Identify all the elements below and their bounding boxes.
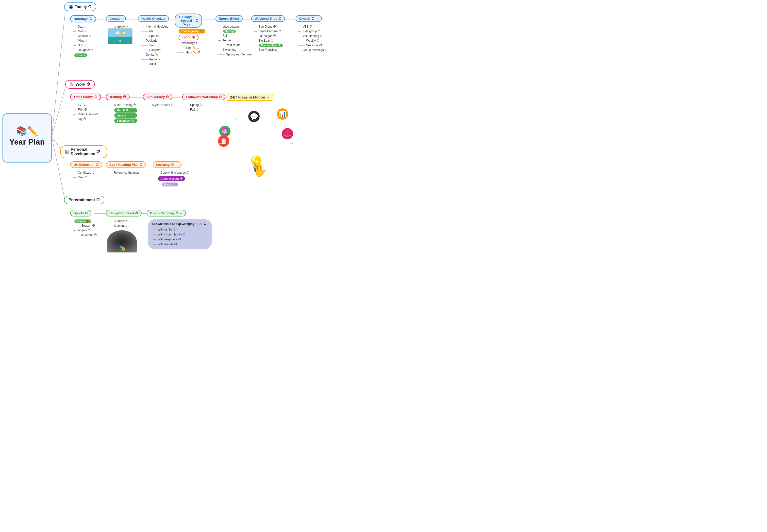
birthdays-label: Birthdays	[74, 17, 88, 21]
teamwork-clock: ⏱	[219, 95, 222, 99]
spring-tag: Spring	[223, 30, 236, 33]
lv: Las Vegas ⏱	[253, 34, 283, 38]
holidays-node[interactable]: Holidays/Special Days ⏱	[175, 14, 202, 28]
vacation-node[interactable]: Vacation	[106, 15, 126, 22]
ideas-arrow: →	[266, 95, 270, 99]
tradeshows-subitems: TV ⏱ Film ⏱ Video Game ⏱ Toy ⏱	[72, 103, 99, 121]
arrow1: ↑	[233, 116, 238, 123]
chat-icon: 💬	[248, 111, 260, 122]
hollywood-node[interactable]: Hollywood Bowl ⏱	[106, 210, 142, 216]
ts-toy: Toy ⏱	[72, 117, 99, 121]
ideas-node[interactable]: 24/7 Ideas in Motion →	[227, 94, 273, 101]
entertainment-node[interactable]: Entertainment ⏱	[64, 196, 104, 204]
tennis-year: Year round	[217, 43, 253, 47]
sports-ent-node[interactable]: Sports ⏱	[70, 210, 91, 216]
sb: Santa Barbara ⏱	[253, 29, 283, 33]
personal-clock: ⏱	[96, 150, 100, 154]
health-subitems: Internal Medicine Me Spouse Pediatric So…	[140, 25, 169, 66]
atom-icon: ⚛️	[219, 126, 231, 137]
work-node[interactable]: 🐎 Work ⏱	[65, 80, 95, 89]
anniversary-label: Anniversary	[146, 95, 165, 99]
groupcamping-node[interactable]: Group Camping ⏱ →	[147, 210, 186, 216]
sf: San Francisco	[253, 48, 283, 52]
holidays-subitems: Thanksgiving 💚 NYC ✏️ ❤️ Weddings ⏱ Sam …	[176, 28, 205, 54]
ucext-subitems: Certificate ⏱ Year ⏱	[72, 171, 96, 179]
tw-spring: Spring ⏱	[184, 103, 203, 107]
kids-group: Kids group ⏱	[297, 29, 329, 33]
church-node[interactable]: Church ⏱ →	[296, 15, 322, 22]
ll-fall: Fall	[217, 34, 253, 38]
family-node[interactable]: 👨‍👩‍👧‍👦 Family ⏱	[64, 2, 96, 11]
electric-wrap: Electric ⏱	[162, 183, 190, 186]
svg-line-0	[52, 11, 65, 137]
bookreading-node[interactable]: Book Reading Plan ⏱	[106, 161, 146, 168]
weekend-node[interactable]: Weekend Trips ⏱	[251, 15, 285, 22]
scale-icon: ⚖️	[282, 128, 293, 139]
electric-tag: Electric ⏱	[162, 183, 178, 186]
seasonal: Seasonal ⏱	[297, 43, 329, 47]
svg-line-2	[52, 137, 62, 150]
weddings-mark: Mark ✏️ ⏱	[176, 50, 205, 54]
sd: San Diego ⏱	[253, 25, 283, 29]
learning-subitems: Copywriting course ⏱ Guitar lessons ⏱ El…	[155, 171, 190, 186]
ts-film: Film ⏱	[72, 108, 99, 112]
entertainment-clock: ⏱	[96, 198, 100, 202]
little-league: Little League	[217, 25, 253, 29]
svg-line-1	[52, 87, 65, 137]
vacation-image: ☁️🌤️ 🏖️	[108, 28, 133, 44]
teamwork-label: Teamwork Workshop	[186, 95, 218, 99]
volunteering: Volunteering ⏱	[297, 34, 329, 38]
groupcamping-clock: ⏱ →	[175, 211, 183, 215]
bigbear: Big Bear ⏱	[253, 39, 283, 43]
birthday-son: Son	[72, 43, 94, 47]
sports-ent-label: Sports	[74, 211, 84, 215]
sports-kids-subitems: Little League Spring Fall Tennis Year ro…	[217, 25, 253, 56]
training-clock: ⏱	[123, 95, 126, 99]
learning-node[interactable]: Learning ⏱ →	[153, 161, 182, 168]
work-clock: ⏱	[86, 82, 90, 87]
learning-clock: ⏱ →	[171, 163, 178, 166]
san-clemente-title: San Clemente Group Camping ✏️🗺️ ⏱	[152, 222, 208, 226]
tradeshows-label: Trade Shows	[74, 95, 93, 99]
eight-games: 8 Games ⏱	[72, 233, 98, 237]
tradeshows-node[interactable]: Trade Shows ⏱	[70, 94, 101, 100]
ucext-node[interactable]: UC Extension ⏱	[70, 161, 102, 168]
mammoth-tag: Mammoth🏔️ ⏱	[259, 44, 283, 47]
ucext-clock: ⏱	[96, 163, 99, 166]
swimming: Swimming	[217, 48, 253, 52]
health-node[interactable]: Health Checkup	[138, 15, 169, 22]
family-clock: ⏱	[88, 5, 92, 9]
with-friends: With friends ⏱	[152, 242, 208, 246]
mind-map: 📚✏️ Year Plan ⏱ 👨‍👩‍👧‍👦 Family ⏱ Birthda…	[0, 0, 383, 266]
hw-season: Season ⏱	[108, 224, 130, 228]
anniversary-node[interactable]: Anniversary ⏱	[143, 94, 172, 100]
sports-kids-label: Sports (Kids)	[219, 17, 239, 20]
vbs: VBS ⏱	[297, 25, 329, 29]
hw-summer: Summer ⏱	[108, 219, 130, 223]
thanksgiving-tag: Thanksgiving 💚	[179, 29, 205, 33]
september-tag: September ⏱	[114, 118, 137, 123]
sports-ent-subitems: Lakers 🏀 Season ⏱ Angels ⏱ 8 Games ⏱	[72, 219, 98, 237]
nyc-tag: NYC ✏️ ❤️	[179, 35, 199, 40]
personal-node[interactable]: 🖼️ PersonalDevelopment ⏱	[60, 145, 107, 158]
birthdays-node[interactable]: Birthdays ⏱	[70, 15, 96, 22]
lakers-wrap: Lakers 🏀	[74, 219, 98, 223]
training-node[interactable]: Training ⏱	[106, 94, 130, 100]
bookreading-label: Book Reading Plan	[109, 163, 138, 166]
entertainment-label: Entertainment	[68, 198, 95, 202]
personal-label: PersonalDevelopment	[71, 147, 95, 156]
church-clock: ⏱ →	[311, 17, 319, 20]
teamwork-node[interactable]: Teamwork Workshop ⏱	[182, 94, 225, 100]
arrow4: →	[289, 140, 294, 146]
ideas-label: 24/7 Ideas in Motion	[230, 95, 265, 99]
birthday-mine: Mine	[72, 39, 94, 43]
group-meetings: Group meetings ⏱	[297, 48, 329, 52]
san-clemente-box: San Clemente Group Camping ✏️🗺️ ⏱ With f…	[148, 219, 212, 249]
arrow3: ←	[218, 140, 223, 146]
groupcamping-label: Group Camping	[150, 211, 174, 215]
sales-training: Sales Training ⏱	[108, 103, 137, 107]
hollywood-label: Hollywood Bowl	[109, 211, 134, 215]
certificate: Certificate ⏱	[72, 171, 96, 175]
health-daughter: Daughter	[140, 48, 169, 52]
sports-kids-node[interactable]: Sports (Kids)	[216, 15, 243, 22]
